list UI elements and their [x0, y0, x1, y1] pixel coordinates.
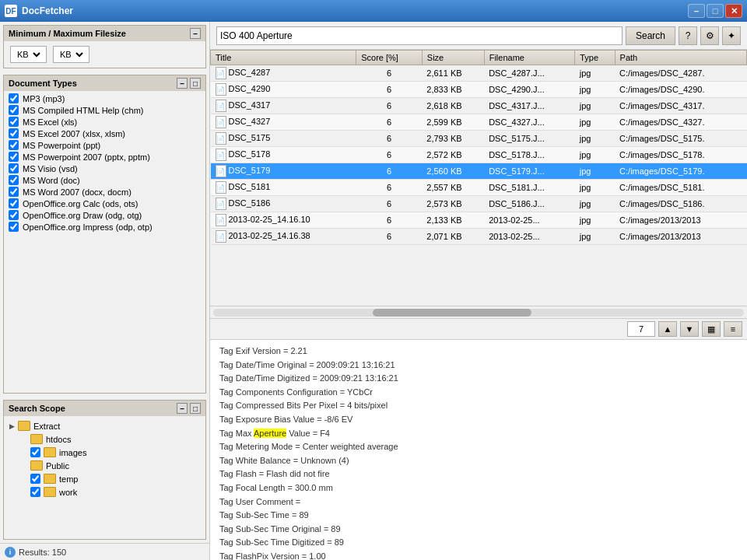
prev-page-button[interactable]: ▲ [658, 321, 677, 337]
tree-arrow-icon[interactable]: ▶ [7, 422, 16, 431]
doctypes-collapse-btn[interactable]: – [177, 78, 188, 89]
doctype-checkbox[interactable] [9, 163, 19, 173]
tree-item[interactable]: Public [7, 459, 202, 472]
doctype-checkbox[interactable] [9, 117, 19, 127]
table-row[interactable]: 📄DSC_431762,618 KBDSC_4317.J...jpgC:/ima… [211, 98, 747, 114]
doctype-checkbox[interactable] [9, 222, 19, 232]
doctype-checkbox[interactable] [9, 93, 19, 103]
tree-item[interactable]: work [7, 485, 202, 499]
doctype-checkbox[interactable] [9, 175, 19, 185]
max-size-dropdown[interactable]: KBMBGB [53, 46, 89, 63]
folder-icon [30, 434, 43, 444]
minimize-button[interactable]: – [688, 4, 705, 18]
doctype-checkbox[interactable] [9, 105, 19, 115]
doctype-checkbox[interactable] [9, 152, 19, 162]
min-size-dropdown[interactable]: KBMBGB [10, 46, 47, 63]
document-types-section: Document Types – □ MP3 (mp3)MS Compiled … [3, 75, 206, 394]
table-row[interactable]: 📄2013-02-25_14.16.3862,071 KB2013-02-25.… [211, 229, 747, 245]
table-header-row: TitleScore [%]SizeFilenameTypePath [211, 51, 747, 65]
doctype-item[interactable]: MS Word 2007 (docx, docm) [4, 186, 205, 198]
doctype-checkbox[interactable] [9, 210, 19, 220]
table-cell: 2,071 KB [422, 229, 484, 245]
doctype-item[interactable]: MS Powerpoint (ppt) [4, 139, 205, 151]
doctype-item[interactable]: MS Compiled HTML Help (chm) [4, 104, 205, 116]
scope-checkbox[interactable] [30, 474, 40, 484]
settings-button[interactable]: ⚙ [700, 26, 719, 45]
doctype-item[interactable]: MP3 (mp3) [4, 93, 205, 104]
page-number-input[interactable] [627, 321, 655, 337]
window-controls: – □ ✕ [688, 4, 742, 18]
next-page-button[interactable]: ▼ [680, 321, 699, 337]
table-row[interactable]: 📄DSC_517962,560 KBDSC_5179.J...jpgC:/ima… [211, 163, 747, 180]
doctype-label: MS Compiled HTML Help (chm) [23, 106, 143, 115]
table-cell: jpg [575, 98, 615, 114]
file-icon: 📄 [216, 132, 226, 145]
doctype-item[interactable]: OpenOffice.org Impress (odp, otp) [4, 221, 205, 233]
doctype-label: OpenOffice.org Draw (odg, otg) [23, 211, 142, 220]
help-button[interactable]: ? [679, 26, 697, 45]
table-cell: C:/images/DSC_4317. [615, 98, 746, 114]
tree-label: work [59, 488, 77, 497]
cell-title: 📄2013-02-25_14.16.10 [211, 212, 356, 229]
table-column-header[interactable]: Title [211, 51, 356, 65]
doctype-label: MS Word (doc) [23, 176, 80, 185]
folder-icon [44, 447, 56, 457]
doctype-checkbox[interactable] [9, 198, 19, 208]
table-cell: C:/images/2013/2013 [615, 212, 746, 229]
min-size-select[interactable]: KBMBGB [14, 49, 43, 60]
table-cell: jpg [575, 180, 615, 196]
tools-button[interactable]: ✦ [722, 26, 741, 45]
doctype-item[interactable]: OpenOffice.org Draw (odg, otg) [4, 209, 205, 221]
filesize-collapse-btn[interactable]: – [190, 28, 201, 39]
close-button[interactable]: ✕ [725, 4, 742, 18]
table-row[interactable]: 📄DSC_518162,557 KBDSC_5181.J...jpgC:/ima… [211, 180, 747, 196]
view-mode-button2[interactable]: ≡ [724, 321, 742, 337]
table-column-header[interactable]: Score [%] [356, 51, 423, 65]
tree-item[interactable]: ▶Extract [7, 419, 202, 432]
doctype-item[interactable]: MS Powerpoint 2007 (pptx, pptm) [4, 151, 205, 163]
scope-expand-btn[interactable]: □ [190, 403, 201, 414]
table-row[interactable]: 📄DSC_517862,572 KBDSC_5178.J...jpgC:/ima… [211, 147, 747, 163]
doctype-item[interactable]: OpenOffice.org Calc (ods, ots) [4, 198, 205, 209]
horizontal-scrollbar[interactable] [210, 306, 747, 318]
scope-checkbox[interactable] [30, 447, 40, 457]
table-row[interactable]: 📄DSC_432762,599 KBDSC_4327.J...jpgC:/ima… [211, 114, 747, 131]
search-button[interactable]: Search [626, 26, 675, 45]
table-row[interactable]: 📄DSC_429062,833 KBDSC_4290.J...jpgC:/ima… [211, 82, 747, 98]
table-cell: DSC_5186.J... [484, 196, 575, 212]
tree-item[interactable]: temp [7, 472, 202, 485]
table-row[interactable]: 📄DSC_518662,573 KBDSC_5186.J...jpgC:/ima… [211, 196, 747, 212]
maximize-button[interactable]: □ [707, 4, 724, 18]
table-column-header[interactable]: Type [575, 51, 615, 65]
tree-item[interactable]: images [7, 446, 202, 459]
scope-collapse-btn[interactable]: – [177, 403, 188, 414]
table-column-header[interactable]: Size [422, 51, 484, 65]
doctype-item[interactable]: MS Excel (xls) [4, 116, 205, 128]
doctype-item[interactable]: MS Word (doc) [4, 174, 205, 186]
view-mode-button1[interactable]: ▦ [702, 321, 721, 337]
doctype-label: MS Excel 2007 (xlsx, xlsm) [23, 129, 125, 138]
detail-line: Tag Sub-Sec Time Digitized = 89 [219, 536, 738, 550]
table-row[interactable]: 📄DSC_517562,793 KBDSC_5175.J...jpgC:/ima… [211, 131, 747, 147]
max-size-select[interactable]: KBMBGB [57, 49, 86, 60]
table-row[interactable]: 📄2013-02-25_14.16.1062,133 KB2013-02-25.… [211, 212, 747, 229]
doctype-checkbox[interactable] [9, 140, 19, 150]
table-cell: 6 [356, 114, 423, 131]
table-cell: jpg [575, 114, 615, 131]
table-cell: DSC_4317.J... [484, 98, 575, 114]
tree-item[interactable]: htdocs [7, 432, 202, 446]
table-cell: C:/images/DSC_5181. [615, 180, 746, 196]
scope-checkbox[interactable] [30, 487, 40, 497]
doctype-checkbox[interactable] [9, 128, 19, 138]
doctype-checkbox[interactable] [9, 187, 19, 197]
table-column-header[interactable]: Path [615, 51, 746, 65]
doctype-item[interactable]: MS Visio (vsd) [4, 163, 205, 174]
doctype-item[interactable]: MS Excel 2007 (xlsx, xlsm) [4, 128, 205, 139]
search-input[interactable] [220, 30, 619, 41]
table-column-header[interactable]: Filename [484, 51, 575, 65]
file-icon: 📄 [216, 214, 226, 226]
doctypes-expand-btn[interactable]: □ [190, 78, 201, 89]
table-row[interactable]: 📄DSC_428762,611 KBDSC_4287.J...jpgC:/ima… [211, 65, 747, 82]
scroll-thumb[interactable] [373, 309, 532, 317]
detail-line: Tag Components Configuration = YCbCr [219, 386, 738, 400]
